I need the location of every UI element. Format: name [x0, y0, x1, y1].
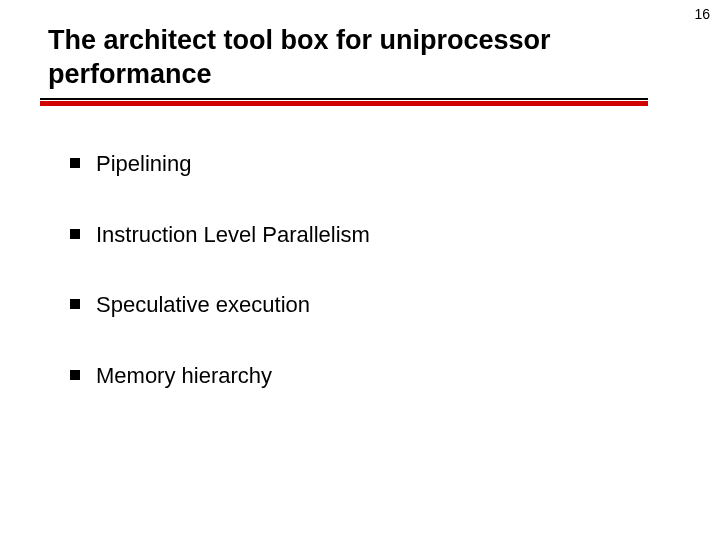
title-block: The architect tool box for uniprocessor …	[48, 24, 608, 92]
bullet-text: Speculative execution	[96, 291, 310, 320]
square-bullet-icon	[70, 158, 80, 168]
body: Pipelining Instruction Level Parallelism…	[70, 150, 630, 432]
title-underline	[40, 98, 648, 100]
list-item: Instruction Level Parallelism	[70, 221, 630, 250]
list-item: Speculative execution	[70, 291, 630, 320]
square-bullet-icon	[70, 299, 80, 309]
slide-title: The architect tool box for uniprocessor …	[48, 24, 608, 92]
bullet-text: Pipelining	[96, 150, 191, 179]
bullet-text: Memory hierarchy	[96, 362, 272, 391]
list-item: Pipelining	[70, 150, 630, 179]
square-bullet-icon	[70, 229, 80, 239]
page-number: 16	[694, 6, 710, 22]
list-item: Memory hierarchy	[70, 362, 630, 391]
slide: 16 The architect tool box for uniprocess…	[0, 0, 720, 540]
title-red-rule	[40, 101, 648, 106]
bullet-text: Instruction Level Parallelism	[96, 221, 370, 250]
square-bullet-icon	[70, 370, 80, 380]
